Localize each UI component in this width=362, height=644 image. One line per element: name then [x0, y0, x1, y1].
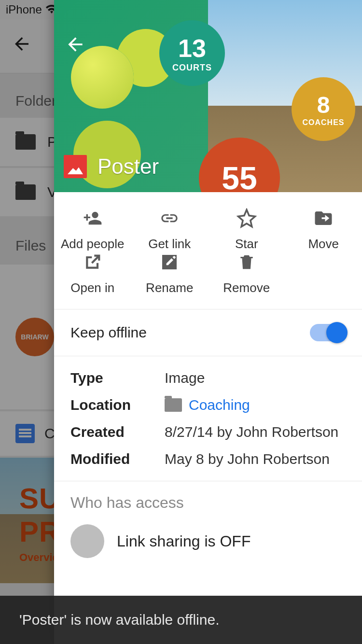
link-icon	[159, 208, 180, 229]
detail-key-created: Created	[70, 424, 165, 440]
folder-icon	[165, 398, 182, 412]
keep-offline-toggle[interactable]	[310, 324, 346, 341]
remove-button[interactable]: Remove	[208, 252, 285, 295]
link-sharing-avatar	[70, 524, 104, 558]
detail-value-location[interactable]: Coaching	[165, 397, 250, 413]
hero-badge-coaches: 8 COACHES	[292, 77, 355, 141]
file-name: Poster	[97, 154, 159, 179]
access-section: Who has access Link sharing is OFF	[54, 481, 362, 558]
keep-offline-row: Keep offline	[54, 309, 362, 356]
action-label: Get link	[148, 237, 191, 252]
sheet-back-button[interactable]	[65, 34, 86, 57]
star-button[interactable]: Star	[208, 208, 285, 252]
rename-icon	[159, 252, 180, 273]
add-person-icon	[82, 208, 103, 229]
open-in-icon	[82, 252, 103, 273]
image-file-icon	[64, 155, 87, 178]
get-link-button[interactable]: Get link	[131, 208, 209, 252]
location-link[interactable]: Coaching	[189, 397, 250, 413]
file-detail-sheet: 13 COURTS 8 COACHES 55 Poster	[54, 0, 362, 644]
add-people-button[interactable]: Add people	[54, 208, 131, 252]
action-label: Move	[308, 237, 339, 252]
star-icon	[236, 208, 257, 229]
detail-value-created: 8/27/14 by John Robertson	[165, 424, 338, 440]
details-section: Type Image Location Coaching Created 8/2…	[54, 356, 362, 481]
detail-value-type: Image	[165, 370, 205, 386]
snackbar: 'Poster' is now available offline.	[0, 596, 362, 644]
detail-key-modified: Modified	[70, 451, 165, 467]
action-label: Remove	[223, 280, 270, 295]
action-label: Add people	[61, 237, 125, 252]
snackbar-text: 'Poster' is now available offline.	[19, 612, 219, 628]
hero-badge-courts: 13 COURTS	[159, 20, 225, 86]
trash-icon	[236, 252, 257, 273]
action-label: Star	[235, 237, 258, 252]
link-sharing-row[interactable]: Link sharing is OFF	[70, 524, 346, 558]
access-header: Who has access	[70, 494, 346, 512]
detail-value-modified: May 8 by John Robertson	[165, 451, 330, 467]
open-in-button[interactable]: Open in	[54, 252, 131, 295]
detail-key-type: Type	[70, 370, 165, 386]
action-grid: Add people Get link Star Move	[54, 192, 362, 309]
action-label: Open in	[70, 280, 114, 295]
keep-offline-label: Keep offline	[70, 324, 147, 341]
move-button[interactable]: Move	[285, 208, 362, 252]
detail-key-location: Location	[70, 397, 165, 413]
hero-preview: 13 COURTS 8 COACHES 55 Poster	[54, 0, 362, 192]
move-folder-icon	[313, 208, 334, 229]
link-sharing-status: Link sharing is OFF	[117, 532, 251, 550]
rename-button[interactable]: Rename	[131, 252, 209, 295]
action-label: Rename	[146, 280, 193, 295]
